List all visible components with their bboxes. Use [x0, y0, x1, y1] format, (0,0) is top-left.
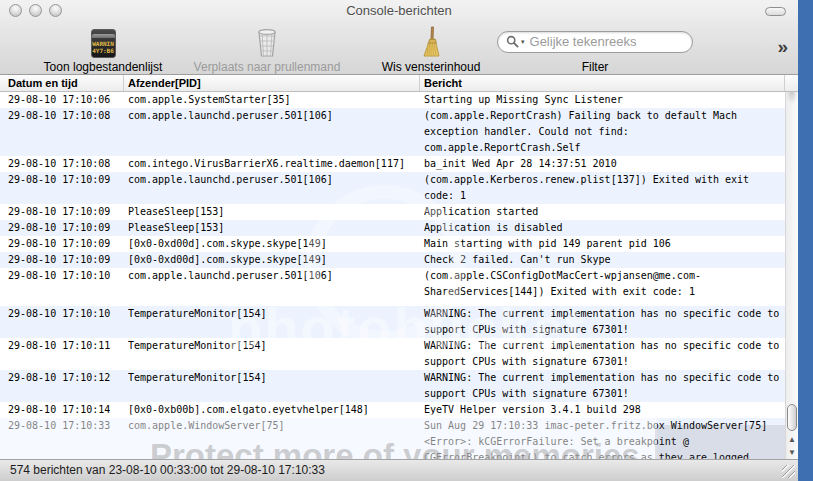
- cell-sender: [0x0-0xd00d].com.skype.skype[149]: [124, 236, 420, 252]
- column-header-date[interactable]: Datum en tijd: [0, 75, 124, 91]
- table-row[interactable]: 29-08-10 17:10:09[0x0-0xd00d].com.skype.…: [0, 236, 785, 252]
- cell-message: Check 2 failed. Can't run Skype: [420, 252, 785, 268]
- scroll-up-icon[interactable]: ▲: [786, 433, 798, 446]
- filter-label: Filter: [582, 60, 609, 74]
- cell-message: WARNING: The current implementation has …: [420, 306, 785, 338]
- column-header-message[interactable]: Bericht: [420, 75, 785, 91]
- toolbar-toggle-button[interactable]: [765, 7, 786, 16]
- filter-item: ▾ Filter: [492, 25, 698, 74]
- scrollbar-thumb[interactable]: [787, 404, 797, 431]
- cell-sender: com.intego.VirusBarrierX6.realtime.daemo…: [124, 156, 420, 172]
- cell-sender: PleaseSleep[153]: [124, 204, 420, 220]
- cell-date: 29-08-10 17:10:09: [0, 220, 124, 236]
- table-row[interactable]: 29-08-10 17:10:11TemperatureMonitor[154]…: [0, 338, 785, 370]
- vertical-scrollbar[interactable]: ▲ ▼: [785, 92, 798, 459]
- search-scope-chevron-icon[interactable]: ▾: [521, 38, 525, 46]
- cell-date: 29-08-10 17:10:09: [0, 252, 124, 268]
- cell-message: Application is disabled: [420, 220, 785, 236]
- cell-date: 29-08-10 17:10:10: [0, 306, 124, 338]
- move-to-trash-label: Verplaats naar prullenmand: [194, 60, 341, 74]
- cell-sender: com.apple.WindowServer[75]: [124, 418, 420, 459]
- cell-date: 29-08-10 17:10:06: [0, 92, 124, 108]
- cell-sender: com.apple.SystemStarter[35]: [124, 92, 420, 108]
- show-log-list-button[interactable]: WARNIN 4Y7:B6 Toon logbestandenlijst: [20, 25, 186, 74]
- table-row[interactable]: 29-08-10 17:10:14[0x0-0xb00b].com.elgato…: [0, 402, 785, 418]
- search-icon: [506, 35, 519, 48]
- titlebar[interactable]: Console-berichten: [0, 0, 798, 22]
- cell-message: (com.apple.Kerberos.renew.plist[137]) Ex…: [420, 172, 785, 204]
- window-chrome: Console-berichten WARNIN 4Y7:B6 Toon log…: [0, 0, 798, 75]
- table-row[interactable]: 29-08-10 17:10:09PleaseSleep[153]Applica…: [0, 220, 785, 236]
- cell-sender: TemperatureMonitor[154]: [124, 370, 420, 402]
- cell-message: Starting up Missing Sync Listener: [420, 92, 785, 108]
- table-row[interactable]: 29-08-10 17:10:12TemperatureMonitor[154]…: [0, 370, 785, 402]
- cell-message: EyeTV Helper version 3.4.1 build 298: [420, 402, 785, 418]
- table-row[interactable]: 29-08-10 17:10:33com.apple.WindowServer[…: [0, 418, 785, 459]
- cell-sender: com.apple.launchd.peruser.501[106]: [124, 268, 420, 300]
- clear-display-button[interactable]: Wis vensterinhoud: [352, 25, 510, 74]
- cell-date: 29-08-10 17:10:08: [0, 108, 124, 156]
- cell-date: 29-08-10 17:10:11: [0, 338, 124, 370]
- cell-message: (com.apple.CSConfigDotMacCert-wpjansen@m…: [420, 268, 785, 300]
- cell-sender: com.apple.launchd.peruser.501[106]: [124, 172, 420, 204]
- show-log-list-label: Toon logbestandenlijst: [44, 60, 163, 74]
- trash-icon: [254, 25, 280, 58]
- cell-sender: com.apple.launchd.peruser.501[106]: [124, 108, 420, 156]
- search-field[interactable]: ▾: [497, 31, 693, 53]
- cell-date: 29-08-10 17:10:12: [0, 370, 124, 402]
- log-rows: 29-08-10 17:10:06com.apple.SystemStarter…: [0, 92, 785, 459]
- status-bar: 574 berichten van 23-08-10 00:33:00 tot …: [0, 459, 798, 481]
- table-row[interactable]: 29-08-10 17:10:09PleaseSleep[153]Applica…: [0, 204, 785, 220]
- table-row[interactable]: 29-08-10 17:10:08com.intego.VirusBarrier…: [0, 156, 785, 172]
- cell-sender: [0x0-0xb00b].com.elgato.eyetvhelper[148]: [124, 402, 420, 418]
- cell-sender: [0x0-0xd00d].com.skype.skype[149]: [124, 252, 420, 268]
- window-title: Console-berichten: [0, 0, 798, 22]
- cell-sender: PleaseSleep[153]: [124, 220, 420, 236]
- cell-date: 29-08-10 17:10:09: [0, 204, 124, 220]
- cell-message: WARNING: The current implementation has …: [420, 370, 785, 402]
- scrollbar-track-shadow: [786, 92, 798, 104]
- cell-message: (com.apple.ReportCrash) Failing back to …: [420, 108, 785, 156]
- log-file-icon: WARNIN 4Y7:B6: [91, 25, 116, 58]
- toolbar-overflow-chevron[interactable]: »: [777, 36, 788, 58]
- table-row[interactable]: 29-08-10 17:10:10TemperatureMonitor[154]…: [0, 306, 785, 338]
- table-row[interactable]: 29-08-10 17:10:09com.apple.launchd.perus…: [0, 172, 785, 204]
- console-window: Console-berichten WARNIN 4Y7:B6 Toon log…: [0, 0, 798, 481]
- page-background-edge: [798, 0, 813, 481]
- cell-sender: TemperatureMonitor[154]: [124, 338, 420, 370]
- cell-message: Application started: [420, 204, 785, 220]
- column-header-spacer: [785, 75, 798, 91]
- table-row[interactable]: 29-08-10 17:10:10com.apple.launchd.perus…: [0, 268, 785, 300]
- cell-message: Sun Aug 29 17:10:33 imac-peter.fritz.box…: [420, 418, 785, 459]
- cell-message: WARNING: The current implementation has …: [420, 338, 785, 370]
- resize-grip-icon[interactable]: [782, 465, 795, 478]
- broom-icon: [419, 25, 443, 58]
- cell-date: 29-08-10 17:10:14: [0, 402, 124, 418]
- cell-date: 29-08-10 17:10:09: [0, 236, 124, 252]
- cell-date: 29-08-10 17:10:08: [0, 156, 124, 172]
- table-header: Datum en tijd Afzender[PID] Bericht: [0, 75, 798, 92]
- cell-date: 29-08-10 17:10:09: [0, 172, 124, 204]
- cell-message: ba_init Wed Apr 28 14:37:51 2010: [420, 156, 785, 172]
- toolbar: WARNIN 4Y7:B6 Toon logbestandenlijst Ver…: [0, 22, 798, 75]
- move-to-trash-button: Verplaats naar prullenmand: [184, 25, 350, 74]
- cell-message: Main starting with pid 149 parent pid 10…: [420, 236, 785, 252]
- clear-display-label: Wis vensterinhoud: [382, 60, 481, 74]
- table-row[interactable]: 29-08-10 17:10:06com.apple.SystemStarter…: [0, 92, 785, 108]
- cell-date: 29-08-10 17:10:10: [0, 268, 124, 300]
- column-header-sender[interactable]: Afzender[PID]: [124, 75, 420, 91]
- table-body: 29-08-10 17:10:06com.apple.SystemStarter…: [0, 92, 798, 459]
- status-text: 574 berichten van 23-08-10 00:33:00 tot …: [0, 460, 798, 481]
- search-input[interactable]: [530, 34, 684, 49]
- scroll-down-icon[interactable]: ▼: [786, 446, 798, 459]
- cell-sender: TemperatureMonitor[154]: [124, 306, 420, 338]
- table-row[interactable]: 29-08-10 17:10:09[0x0-0xd00d].com.skype.…: [0, 252, 785, 268]
- table-row[interactable]: 29-08-10 17:10:08com.apple.launchd.perus…: [0, 108, 785, 156]
- cell-date: 29-08-10 17:10:33: [0, 418, 124, 459]
